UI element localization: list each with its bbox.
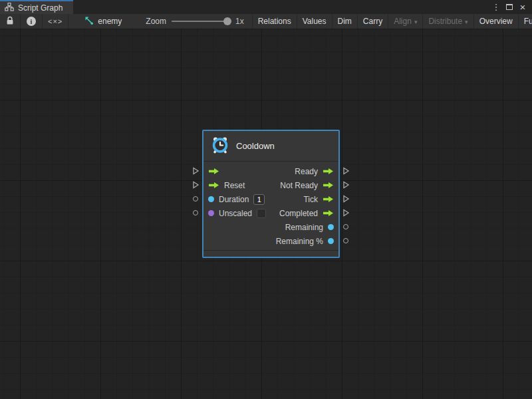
inspector-toggle-button[interactable]: i	[21, 14, 43, 29]
output-port-not-ready[interactable]: Not Ready	[280, 181, 334, 190]
value-port-dot-icon	[208, 196, 214, 202]
port-row: Remaining	[203, 220, 338, 234]
zoom-label: Zoom	[146, 17, 166, 26]
value-port-dot-icon	[328, 238, 334, 244]
port-label: Ready	[295, 167, 318, 176]
breadcrumb[interactable]: enemy	[68, 14, 130, 29]
node-footer	[203, 250, 338, 257]
port-row: Reset Not Ready	[203, 178, 338, 192]
output-port-remaining-pct[interactable]: Remaining %	[276, 237, 334, 246]
output-port-tick[interactable]: Tick	[303, 195, 334, 204]
zoom-control: Zoom 1x	[138, 14, 252, 29]
chevron-down-icon: ▾	[414, 19, 418, 25]
flow-arrow-icon	[208, 168, 219, 175]
cooldown-node[interactable]: Cooldown Ready Reset Not Rea	[202, 130, 340, 258]
output-port-completed[interactable]: Completed	[279, 209, 334, 218]
port-row: Remaining %	[203, 234, 338, 248]
graph-asset-icon	[5, 3, 14, 13]
variables-icon: <×>	[48, 17, 63, 25]
graph-toolbar: i <×> enemy Zoom 1x Relations Values Dim…	[0, 14, 532, 29]
chevron-down-icon: ▾	[465, 19, 468, 25]
alarm-clock-icon	[211, 136, 229, 156]
close-icon: ×	[520, 2, 526, 12]
toolbar-button-values[interactable]: Values	[297, 14, 332, 29]
duration-value-field[interactable]: 1	[253, 194, 265, 205]
external-flow-port-out-not-ready[interactable]	[342, 181, 350, 191]
port-label: Remaining	[285, 223, 323, 232]
node-title: Cooldown	[236, 141, 275, 151]
flow-port-triangle-icon	[342, 181, 350, 189]
window-close-button[interactable]: ×	[517, 2, 528, 13]
external-flow-port-in-1[interactable]	[192, 167, 200, 177]
toolbar-button-overview[interactable]: Overview	[474, 14, 519, 29]
toolbar-button-dim[interactable]: Dim	[332, 14, 358, 29]
variables-toggle-button[interactable]: <×>	[43, 14, 68, 29]
external-value-port-out-remaining-pct[interactable]	[343, 238, 348, 243]
zoom-slider[interactable]	[172, 21, 230, 22]
external-flow-port-in-2[interactable]	[192, 181, 200, 191]
input-port-duration[interactable]: Duration 1	[208, 194, 265, 205]
distribute-label: Distribute	[428, 17, 462, 26]
external-flow-port-out-tick[interactable]	[342, 195, 350, 205]
flow-port-triangle-icon	[342, 167, 350, 175]
zoom-slider-handle[interactable]	[223, 17, 231, 25]
window-maximize-button[interactable]	[504, 2, 515, 13]
flow-port-triangle-icon	[192, 181, 200, 189]
zoom-value: 1x	[235, 17, 244, 26]
external-value-port-in-unscaled[interactable]	[193, 210, 198, 215]
flow-arrow-icon	[323, 209, 334, 217]
external-value-port-out-remaining[interactable]	[343, 224, 348, 229]
value-port-dot-icon	[208, 210, 214, 216]
input-port-unscaled[interactable]: Unscaled	[208, 209, 266, 218]
unscaled-checkbox[interactable]	[257, 209, 266, 218]
node-header[interactable]: Cooldown	[203, 131, 338, 162]
input-port-enter[interactable]	[208, 168, 219, 175]
port-label: Not Ready	[280, 181, 318, 190]
kebab-menu-icon: ⋮	[492, 3, 501, 11]
tab-script-graph[interactable]: Script Graph	[0, 0, 73, 14]
port-label: Duration	[219, 195, 249, 204]
port-label: Tick	[303, 195, 318, 204]
graph-canvas[interactable]: Cooldown Ready Reset Not Rea	[0, 29, 532, 399]
flow-arrow-icon	[208, 182, 219, 189]
lock-icon	[6, 16, 14, 27]
align-label: Align	[394, 17, 412, 26]
flow-port-triangle-icon	[342, 209, 350, 217]
port-row: Unscaled Completed	[203, 206, 338, 220]
port-label: Completed	[279, 209, 318, 218]
info-icon: i	[27, 17, 36, 26]
port-label: Remaining %	[276, 237, 323, 246]
port-label: Reset	[224, 181, 245, 190]
flow-arrow-icon	[323, 168, 334, 175]
output-port-ready[interactable]: Ready	[295, 167, 334, 176]
graph-breadcrumb-icon	[84, 16, 94, 27]
lock-toggle-button[interactable]	[0, 14, 21, 29]
flow-arrow-icon	[323, 196, 334, 203]
node-body: Ready Reset Not Ready Duration	[203, 162, 338, 248]
toolbar-button-align[interactable]: Align ▾	[388, 14, 423, 29]
toolbar-button-full-screen[interactable]: Full Screen	[519, 14, 532, 29]
breadcrumb-label: enemy	[98, 17, 122, 26]
flow-arrow-icon	[323, 182, 334, 189]
window-menu-button[interactable]: ⋮	[491, 2, 501, 13]
external-flow-port-out-ready[interactable]	[342, 167, 350, 177]
toolbar-button-carry[interactable]: Carry	[358, 14, 388, 29]
external-flow-port-out-completed[interactable]	[342, 209, 350, 219]
flow-port-triangle-icon	[342, 195, 350, 203]
input-port-reset[interactable]: Reset	[208, 181, 245, 190]
flow-port-triangle-icon	[192, 167, 200, 175]
port-label: Unscaled	[219, 209, 252, 218]
toolbar-button-distribute[interactable]: Distribute ▾	[423, 14, 473, 29]
window-controls: ⋮ ×	[491, 0, 532, 14]
value-port-dot-icon	[328, 224, 334, 230]
port-row: Duration 1 Tick	[203, 192, 338, 206]
external-value-port-in-duration[interactable]	[193, 196, 198, 201]
tab-label: Script Graph	[18, 3, 63, 13]
port-row: Ready	[203, 164, 338, 178]
output-port-remaining[interactable]: Remaining	[285, 223, 334, 232]
title-bar: Script Graph ⋮ ×	[0, 0, 532, 14]
maximize-icon	[506, 4, 513, 10]
toolbar-button-relations[interactable]: Relations	[253, 14, 297, 29]
